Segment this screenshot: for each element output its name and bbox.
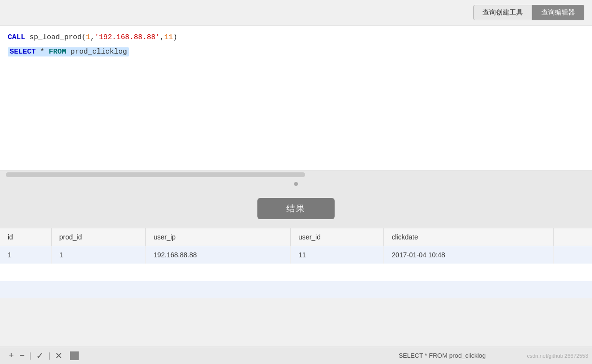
- query-builder-btn[interactable]: 查询创建工具: [473, 5, 532, 20]
- x-icon[interactable]: ✕: [52, 350, 65, 361]
- horizontal-scrollbar[interactable]: [0, 170, 592, 179]
- col-prod-id: prod_id: [51, 228, 145, 246]
- remove-icon[interactable]: −: [17, 350, 28, 361]
- arg2: '192.168.88.88': [95, 33, 160, 42]
- col-clickdate: clickdate: [384, 228, 554, 246]
- query-editor-btn[interactable]: 查询编辑器: [532, 5, 584, 20]
- cell-user-ip: 192.168.88.88: [145, 246, 290, 264]
- arg3: 11: [164, 33, 173, 42]
- scrollbar-track[interactable]: [6, 172, 305, 177]
- from-keyword: FROM: [49, 48, 66, 56]
- table-row-empty1: [0, 264, 592, 281]
- cell-user-id: 11: [291, 246, 384, 264]
- watermark: csdn.net/github 26672553: [527, 353, 588, 359]
- col-user-ip: user_ip: [145, 228, 290, 246]
- results-table: id prod_id user_ip user_id clickdate 1 1…: [0, 228, 592, 298]
- result-area: 结果: [0, 189, 592, 228]
- separator2: |: [46, 351, 52, 360]
- toolbar: 查询创建工具 查询编辑器: [0, 0, 592, 25]
- results-table-container: id prod_id user_ip user_id clickdate 1 1…: [0, 228, 592, 298]
- col-id: id: [0, 228, 51, 246]
- cell-id: 1: [0, 246, 51, 264]
- separator1: |: [28, 351, 33, 360]
- divider: [0, 179, 592, 189]
- bottom-bar: + − | ✓ | ✕ SELECT * FROM prod_clicklog …: [0, 347, 592, 364]
- add-icon[interactable]: +: [6, 350, 17, 361]
- cell-clickdate: 2017-01-04 10:48: [384, 246, 554, 264]
- close-paren: ): [173, 33, 177, 42]
- table-row: 1 1 192.168.88.88 11 2017-01-04 10:48: [0, 246, 592, 264]
- table-row-empty2: [0, 281, 592, 298]
- arg1: 1: [86, 33, 90, 42]
- col-user-id: user_id: [291, 228, 384, 246]
- comma1: ,: [90, 33, 95, 42]
- cell-prod-id: 1: [51, 246, 145, 264]
- result-button[interactable]: 结果: [257, 198, 335, 219]
- comma2: ,: [160, 33, 164, 42]
- check-icon[interactable]: ✓: [33, 350, 46, 361]
- select-keyword: SELECT: [10, 48, 36, 56]
- call-keyword: CALL: [8, 33, 25, 42]
- code-editor[interactable]: CALL sp_load_prod(1,'192.168.88.88',11) …: [0, 25, 592, 170]
- func-name: sp_load_prod(: [25, 33, 86, 42]
- square-button[interactable]: [70, 351, 79, 360]
- table-header-row: id prod_id user_ip user_id clickdate: [0, 228, 592, 246]
- cell-extra: [553, 246, 592, 264]
- col-extra: [553, 228, 592, 246]
- table-name: prod_clicklog: [66, 48, 127, 56]
- divider-dot: [294, 182, 298, 186]
- status-text: SELECT * FROM prod_clicklog: [399, 352, 486, 359]
- select-rest: *: [36, 48, 49, 56]
